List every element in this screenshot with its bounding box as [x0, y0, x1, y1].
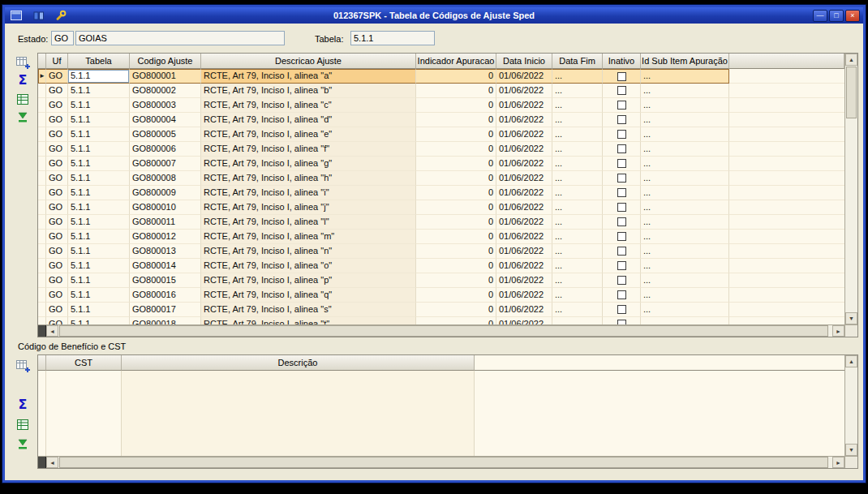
uf-cell[interactable]: GO: [46, 157, 68, 171]
insert-record-icon[interactable]: [14, 357, 32, 373]
inativo-cell[interactable]: [603, 200, 641, 215]
row-indicator-cell[interactable]: [38, 157, 46, 171]
column-header[interactable]: Tabela: [68, 54, 130, 69]
scroll-up-button[interactable]: ▲: [845, 54, 857, 66]
codigo-cell[interactable]: GO800001: [130, 69, 201, 84]
descricao-cell[interactable]: RCTE, Art 79, Inciso I, alinea "i": [201, 186, 416, 200]
tabela-cell[interactable]: 5.1.1: [68, 273, 130, 288]
column-header[interactable]: CST: [46, 355, 122, 371]
last-record-icon[interactable]: [14, 436, 32, 452]
id-sub-cell[interactable]: ...: [641, 215, 729, 230]
column-header[interactable]: Descricao Ajuste: [201, 54, 416, 69]
table-row[interactable]: GO5.1.1GO800018RCTE, Art 79, Inciso I, a…: [38, 317, 857, 324]
column-header[interactable]: Inativo: [603, 54, 641, 69]
column-header[interactable]: Descrição: [122, 355, 475, 371]
scroll-right-button[interactable]: ►: [832, 325, 844, 337]
column-header[interactable]: Data Fim: [552, 54, 603, 69]
data-inicio-cell[interactable]: 01/06/2022: [496, 303, 552, 317]
indicador-cell[interactable]: 0: [416, 127, 496, 142]
data-inicio-cell[interactable]: 01/06/2022: [496, 215, 552, 230]
descricao-cell[interactable]: RCTE, Art 79, Inciso I, alinea "c": [201, 98, 416, 113]
uf-cell[interactable]: GO: [46, 259, 68, 273]
id-sub-cell[interactable]: ...: [641, 273, 729, 288]
tabela-cell[interactable]: 5.1.1: [68, 157, 130, 171]
table-row[interactable]: GO5.1.1GO800016RCTE, Art 79, Inciso I, a…: [38, 288, 857, 303]
export-grid-icon[interactable]: [14, 91, 32, 107]
table-row[interactable]: GO5.1.1GO800009RCTE, Art 79, Inciso I, a…: [38, 186, 857, 200]
data-fim-cell[interactable]: ...: [552, 303, 603, 317]
indicador-cell[interactable]: 0: [416, 288, 496, 303]
scroll-left-button[interactable]: ◄: [46, 457, 58, 468]
inativo-checkbox[interactable]: [617, 101, 626, 110]
tabela-cell[interactable]: 5.1.1: [68, 142, 130, 157]
horizontal-scrollbar[interactable]: ◄ ►: [38, 456, 844, 468]
column-header[interactable]: Codigo Ajuste: [130, 54, 201, 69]
sum-icon[interactable]: Σ: [14, 72, 32, 88]
data-fim-cell[interactable]: ...: [552, 215, 603, 230]
row-indicator-cell[interactable]: [38, 215, 46, 230]
data-inicio-cell[interactable]: 01/06/2022: [496, 98, 552, 113]
descricao-cell[interactable]: RCTE, Art 79, Inciso I, alinea "g": [201, 157, 416, 171]
descricao-cell[interactable]: RCTE, Art 79, Inciso I, alinea "t": [201, 317, 416, 324]
indicador-cell[interactable]: 0: [416, 230, 496, 244]
id-sub-cell[interactable]: ...: [641, 317, 729, 324]
data-fim-cell[interactable]: ...: [552, 84, 603, 98]
data-fim-cell[interactable]: ...: [552, 259, 603, 273]
grid-grip[interactable]: [38, 325, 46, 337]
indicador-cell[interactable]: 0: [416, 215, 496, 230]
codigo-cell[interactable]: GO800013: [130, 244, 201, 259]
table-row[interactable]: GO5.1.1GO800003RCTE, Art 79, Inciso I, a…: [38, 98, 857, 113]
row-indicator-cell[interactable]: [38, 317, 46, 324]
codigo-cell[interactable]: GO800008: [130, 171, 201, 186]
indicador-cell[interactable]: 0: [416, 317, 496, 324]
data-inicio-cell[interactable]: 01/06/2022: [496, 142, 552, 157]
descricao-cell[interactable]: RCTE, Art 79, Inciso I, alinea "h": [201, 171, 416, 186]
tabela-cell[interactable]: 5.1.1: [68, 186, 130, 200]
inativo-checkbox[interactable]: [617, 174, 626, 183]
horizontal-scroll-thumb[interactable]: [59, 325, 828, 337]
inativo-checkbox[interactable]: [617, 290, 626, 299]
inativo-cell[interactable]: [603, 84, 641, 98]
inativo-checkbox[interactable]: [617, 305, 626, 314]
inativo-cell[interactable]: [603, 157, 641, 171]
inativo-checkbox[interactable]: [617, 72, 626, 81]
data-inicio-cell[interactable]: 01/06/2022: [496, 157, 552, 171]
codigo-cell[interactable]: GO800002: [130, 84, 201, 98]
column-header[interactable]: Data Inicio: [496, 54, 552, 69]
descricao-cell[interactable]: RCTE, Art 79, Inciso I, alinea "n": [201, 244, 416, 259]
column-header[interactable]: Indicador Apuracao: [416, 54, 496, 69]
data-fim-cell[interactable]: ...: [552, 244, 603, 259]
row-indicator-cell[interactable]: [38, 244, 46, 259]
table-row[interactable]: GO5.1.1GO800012RCTE, Art 79, Inciso I, a…: [38, 230, 857, 244]
data-inicio-cell[interactable]: 01/06/2022: [496, 69, 552, 84]
data-inicio-cell[interactable]: 01/06/2022: [496, 288, 552, 303]
codigo-cell[interactable]: GO800010: [130, 200, 201, 215]
inativo-checkbox[interactable]: [617, 86, 626, 95]
codigo-cell[interactable]: GO800007: [130, 157, 201, 171]
horizontal-scrollbar[interactable]: ◄ ►: [38, 324, 844, 337]
scroll-up-button[interactable]: ▲: [845, 355, 857, 367]
inativo-cell[interactable]: [603, 273, 641, 288]
data-fim-cell[interactable]: ...: [552, 127, 603, 142]
descricao-cell[interactable]: RCTE, Art 79, Inciso I, alinea "a": [201, 69, 416, 84]
codigo-cell[interactable]: GO800009: [130, 186, 201, 200]
uf-cell[interactable]: GO: [46, 171, 68, 186]
data-fim-cell[interactable]: ...: [552, 200, 603, 215]
inativo-cell[interactable]: [603, 69, 641, 84]
data-inicio-cell[interactable]: 01/06/2022: [496, 84, 552, 98]
codigo-cell[interactable]: GO800012: [130, 230, 201, 244]
table-row[interactable]: GO5.1.1GO800017RCTE, Art 79, Inciso I, a…: [38, 303, 857, 317]
scroll-right-button[interactable]: ►: [832, 457, 844, 468]
indicador-cell[interactable]: 0: [416, 98, 496, 113]
data-fim-cell[interactable]: ...: [552, 273, 603, 288]
id-sub-cell[interactable]: ...: [641, 171, 729, 186]
data-fim-cell[interactable]: ...: [552, 113, 603, 127]
indicador-cell[interactable]: 0: [416, 200, 496, 215]
data-fim-cell[interactable]: ...: [552, 98, 603, 113]
data-inicio-cell[interactable]: 01/06/2022: [496, 200, 552, 215]
vertical-scrollbar[interactable]: ▲ ▼: [844, 355, 857, 456]
table-row[interactable]: GO5.1.1GO800013RCTE, Art 79, Inciso I, a…: [38, 244, 857, 259]
inativo-cell[interactable]: [603, 303, 641, 317]
row-indicator-cell[interactable]: [38, 288, 46, 303]
id-sub-cell[interactable]: ...: [641, 288, 729, 303]
